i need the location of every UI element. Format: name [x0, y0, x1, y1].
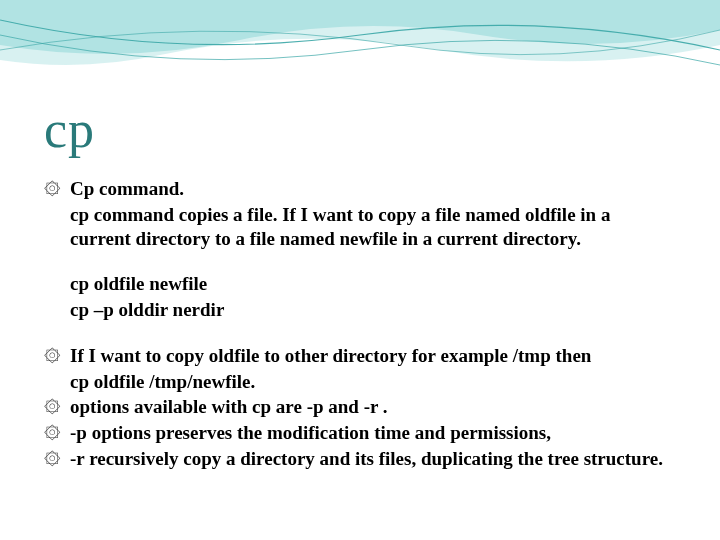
bullet-list: ۞ Cp command. cp command copies a file. … [44, 177, 676, 471]
bullet-lead: If I want to copy oldfile to other direc… [70, 345, 591, 366]
list-item: ۞ -r recursively copy a directory and it… [44, 447, 676, 471]
bullet-lead: options available with cp are -p and -r … [70, 396, 388, 417]
list-item: ۞ If I want to copy oldfile to other dir… [44, 344, 676, 368]
list-item: ۞ -p options preserves the modification … [44, 421, 676, 445]
bullet-icon: ۞ [44, 345, 60, 366]
bullet-icon: ۞ [44, 396, 60, 417]
code-line: cp oldfile newfile [44, 272, 676, 296]
bullet-body: cp oldfile /tmp/newfile. [44, 370, 676, 394]
bullet-lead: -p options preserves the modification ti… [70, 422, 551, 443]
list-item: ۞ Cp command. [44, 177, 676, 201]
code-line: cp –p olddir nerdir [44, 298, 676, 322]
list-item: ۞ options available with cp are -p and -… [44, 395, 676, 419]
bullet-body: cp command copies a file. If I want to c… [44, 203, 676, 251]
bullet-icon: ۞ [44, 422, 60, 443]
bullet-icon: ۞ [44, 178, 60, 199]
slide-title: cp [44, 100, 676, 159]
bullet-icon: ۞ [44, 448, 60, 469]
bullet-lead: -r recursively copy a directory and its … [70, 448, 663, 469]
slide-content: cp ۞ Cp command. cp command copies a fil… [0, 0, 720, 540]
bullet-lead: Cp command. [70, 178, 184, 199]
